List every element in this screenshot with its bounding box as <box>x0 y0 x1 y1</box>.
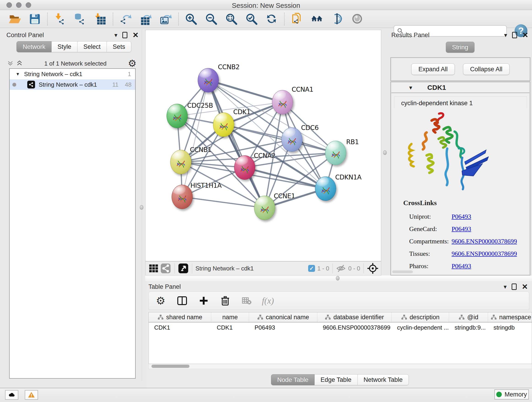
results-float-icon[interactable] <box>512 32 517 38</box>
edge-CCNB2-CCNA1[interactable] <box>208 80 283 102</box>
right-splitter-handle[interactable] <box>383 150 387 155</box>
grid-view-icon[interactable] <box>149 261 159 275</box>
network-options-gear-icon[interactable]: ⚙ <box>128 59 137 68</box>
table-collapse-icon[interactable]: ▾ <box>504 283 507 290</box>
collapse-all-networks-icon[interactable] <box>16 60 23 67</box>
results-collapse-icon[interactable]: ▾ <box>504 32 507 39</box>
table-float-icon[interactable] <box>512 283 517 290</box>
cell-database-identifier[interactable]: 9606.ENSP00000378699 <box>317 322 392 332</box>
column-header-name[interactable]: name <box>211 313 249 322</box>
network-canvas[interactable]: CCNB2CCNA1CDC25BCDK1CDC6RB1CCNB1CCNA2CDK… <box>145 30 381 261</box>
node-CCNE1[interactable] <box>254 196 275 220</box>
import-network-database-icon[interactable] <box>73 12 87 26</box>
birds-eye-view-icon[interactable] <box>178 261 189 275</box>
hide-labels-icon[interactable] <box>330 12 344 26</box>
crosslink-link[interactable]: P06493 <box>452 213 471 220</box>
table-row[interactable]: CDK1CDK1P064939606.ENSP00000378699cyclin… <box>149 322 532 332</box>
tab-style[interactable]: Style <box>51 41 77 52</box>
gene-section-header[interactable]: ▾ CDK1 <box>391 83 530 93</box>
tab-node-table[interactable]: Node Table <box>271 374 315 385</box>
left-splitter-handle[interactable] <box>140 205 143 210</box>
results-close-icon[interactable]: ✕ <box>522 31 528 39</box>
node-RB1[interactable] <box>325 141 346 165</box>
crosslink-link[interactable]: P06493 <box>452 262 471 270</box>
string-home-icon[interactable] <box>310 12 324 26</box>
crosslink-link[interactable]: P06493 <box>452 225 471 233</box>
tab-sets[interactable]: Sets <box>107 41 131 52</box>
zoom-in-icon[interactable] <box>184 12 198 26</box>
tab-network-table[interactable]: Network Table <box>358 374 409 385</box>
edge-HIST1H1A-CCNE1[interactable] <box>182 197 265 208</box>
open-session-icon[interactable] <box>7 12 22 26</box>
export-network-icon[interactable] <box>119 12 133 26</box>
zoom-fit-icon[interactable] <box>224 12 239 26</box>
node-CDC25B[interactable] <box>167 104 188 128</box>
fit-selected-crosshair-icon[interactable] <box>367 261 379 275</box>
column-header-database-identifier[interactable]: database identifier <box>317 313 392 322</box>
edge-CCNB2-HIST1H1A[interactable] <box>182 80 208 197</box>
zoom-selected-icon[interactable] <box>244 12 259 26</box>
node-CDKN1A[interactable] <box>315 177 336 201</box>
cell-name[interactable]: CDK1 <box>211 322 249 332</box>
node-CCNB2[interactable] <box>198 68 219 92</box>
zoom-out-icon[interactable] <box>204 12 218 26</box>
node-CCNB1[interactable] <box>170 150 191 174</box>
cell-canonical-name[interactable]: P06493 <box>249 322 317 332</box>
apply-layout-icon[interactable] <box>265 12 279 26</box>
network-collection-row[interactable]: ▾ String Network – cdk1 1 <box>10 69 135 79</box>
column-header-canonical-name[interactable]: canonical name <box>249 313 317 322</box>
export-image-icon[interactable] <box>159 12 173 26</box>
save-session-icon[interactable] <box>28 12 42 26</box>
gene-collapse-icon[interactable]: ▾ <box>409 84 412 91</box>
column-header-description[interactable]: description <box>392 313 449 322</box>
splitter-handle[interactable] <box>336 276 340 281</box>
add-column-icon[interactable] <box>197 294 210 307</box>
column-header-namespace[interactable]: namespace <box>488 313 532 322</box>
results-scrollbar[interactable] <box>392 270 413 273</box>
memory-button[interactable]: Memory <box>494 389 529 400</box>
collapse-all-button[interactable]: Collapse All <box>463 64 510 75</box>
network-row[interactable]: String Network – cdk1 11 48 <box>10 79 135 90</box>
tab-string[interactable]: String <box>446 42 475 53</box>
import-table-icon[interactable] <box>93 12 108 26</box>
collection-expand-icon[interactable]: ▾ <box>17 71 19 77</box>
node-CDC6[interactable] <box>281 128 302 152</box>
cell-shared-name[interactable]: CDK1 <box>149 322 211 332</box>
table-close-icon[interactable]: ✕ <box>522 282 528 291</box>
node-HIST1H1A[interactable] <box>172 185 193 209</box>
warnings-button[interactable] <box>25 390 38 400</box>
node-CCNA1[interactable] <box>272 90 293 114</box>
import-network-file-icon[interactable] <box>53 12 67 26</box>
table-hscrollbar[interactable] <box>148 364 532 369</box>
glass-orb-icon[interactable] <box>350 12 365 26</box>
cloud-button[interactable] <box>5 390 18 400</box>
cell-namespace[interactable]: stringdb <box>488 322 532 332</box>
title-bar: Session: New Session <box>0 0 532 10</box>
crosslink-link[interactable]: 9606.ENSP00000378699 <box>452 250 517 257</box>
crosslink-link[interactable]: 9606.ENSP00000378699 <box>452 238 517 245</box>
table-options-gear-icon[interactable]: ⚙ <box>154 294 167 307</box>
tab-network[interactable]: Network <box>17 41 51 52</box>
network-share-icon[interactable] <box>160 261 171 275</box>
show-columns-icon[interactable] <box>176 294 189 307</box>
column-header-shared-name[interactable]: shared name <box>149 313 211 322</box>
close-panel-icon[interactable]: ✕ <box>133 31 139 39</box>
column-header--id[interactable]: @id <box>449 313 488 322</box>
export-table-icon[interactable] <box>139 12 153 26</box>
cell-description[interactable]: cyclin-dependent ... <box>392 322 449 332</box>
cell--id[interactable]: stringdb:9... <box>449 322 488 332</box>
table-hscroll-thumb[interactable] <box>152 365 190 368</box>
float-panel-icon[interactable] <box>122 32 127 38</box>
expand-all-networks-icon[interactable] <box>7 60 14 67</box>
tab-select[interactable]: Select <box>77 41 107 52</box>
collapse-panel-icon[interactable]: ▾ <box>114 32 117 39</box>
selected-counts: 1 - 0 <box>317 265 329 272</box>
expand-all-button[interactable]: Expand All <box>411 64 455 75</box>
node-CCNA2[interactable] <box>234 155 255 180</box>
node-CDK1[interactable] <box>213 113 234 137</box>
clipboard-network-icon[interactable] <box>290 12 304 26</box>
delete-column-trash-icon[interactable] <box>219 294 232 307</box>
results-buttons-box: Expand All Collapse All <box>390 57 530 81</box>
selected-elements-checkbox[interactable]: ✓ <box>308 265 315 272</box>
tab-edge-table[interactable]: Edge Table <box>315 374 358 385</box>
